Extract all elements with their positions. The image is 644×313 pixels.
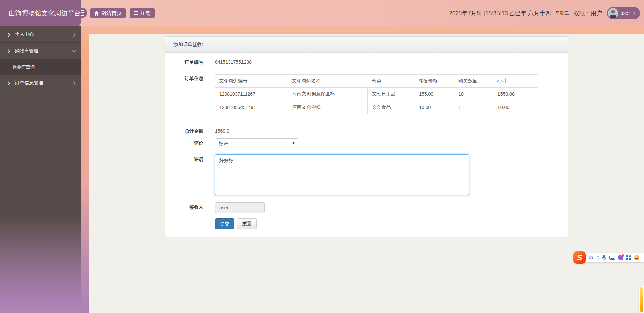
ime-skin-icon[interactable] [618,255,623,260]
user-menu[interactable]: user ▼ [607,7,640,19]
reset-button[interactable]: 重置 [237,218,257,229]
sidebar-item-order-info-management[interactable]: ❯ 订单信息管理 ❯ [0,75,81,91]
list-icon [134,11,138,15]
ime-punctuation-icon[interactable]: °, [597,256,599,260]
ime-apps-grid-icon[interactable] [626,255,631,260]
home-icon [94,11,99,16]
content-area: 添加订单签收: 订单编号 04151317551238 订单信息 文化周边编号 [89,34,644,313]
col-item-no: 文化周边编号 [215,75,288,88]
signee-input[interactable] [215,202,265,213]
microphone-icon[interactable] [602,255,606,260]
angle-right-icon: ❯ [7,49,10,53]
top-header: 山海博物馆文化周边平台 网站首页 注销 2025年7月8日15:35:13 乙巳… [0,0,644,26]
panel-body: 订单编号 04151317551238 订单信息 文化周边编号 文化周边名称 [165,53,568,237]
comment-textarea[interactable]: 好好好 [215,154,469,195]
table-row: 12081055451491 河南文创雪糕 文创食品 10.00 1 10.00 [215,101,538,114]
col-subtotal: 小计 [493,75,538,88]
logout-button-label: 注销 [140,10,151,17]
chevron-right-icon: ❯ [73,32,76,37]
page: 山海博物馆文化周边平台 网站首页 注销 2025年7月8日15:35:13 乙巳… [0,0,644,313]
role-text: 权限：用户 [574,9,602,17]
col-category: 分类 [368,75,415,88]
table-header-row: 文化周边编号 文化周边名称 分类 销售价格 购买数量 小计 [215,75,538,88]
total-value: 1560.0 [215,126,229,134]
submit-button[interactable]: 提交 [215,218,234,229]
keyboard-icon[interactable] [609,256,615,260]
ime-emoji-icon[interactable] [634,255,639,260]
col-price: 销售价格 [415,75,454,88]
sidebar-item-personal-center[interactable]: ❯ 个人中心 ❯ [0,26,81,43]
order-no-value: 04151317551238 [215,57,252,65]
weekday-text: 星期二 [556,10,569,16]
home-button[interactable]: 网站首页 [90,8,126,18]
rating-select[interactable]: 好评 [215,138,298,148]
ime-chinese-mode-icon[interactable]: 中 [589,255,594,260]
angle-right-icon: ❯ [7,32,10,37]
ime-toolbar: S 中 °, [576,253,644,262]
table-row: 12081037111267 河南文创创意保温杯 文创日用品 155.00 10… [215,88,538,101]
order-items-table: 文化周边编号 文化周边名称 分类 销售价格 购买数量 小计 [215,74,538,114]
chevron-down-icon: ❯ [72,49,77,53]
avatar [608,8,618,18]
chevron-down-icon: ▼ [633,11,636,15]
chevron-right-icon: ❯ [73,81,76,85]
panel-title: 添加订单签收: [165,37,568,53]
user-name: user [621,10,630,16]
sidebar-item-cart-management[interactable]: ❯ 购物车管理 ❯ [0,43,81,59]
sidebar-item-cart-query[interactable]: 购物车查询 [0,59,81,75]
brand-title: 山海博物馆文化周边平台 [9,9,81,18]
angle-right-icon: ❯ [7,81,10,85]
total-label: 总计金额 [165,126,203,134]
brand-box: 山海博物馆文化周边平台 [0,0,81,26]
rating-label: 评价 [165,138,203,148]
header-right: 2025年7月8日15:35:13 乙巳年 六月十四 星期二 权限：用户 use… [449,0,640,26]
sidebar: ❯ 个人中心 ❯ ❯ 购物车管理 ❯ 购物车查询 ❯ 订单信息管理 ❯ [0,26,81,313]
datetime-text: 2025年7月8日15:35:13 乙巳年 六月十四 [449,9,551,17]
order-no-label: 订单编号 [165,57,203,65]
comment-label: 评语 [165,154,203,196]
col-quantity: 购买数量 [454,75,493,88]
edge-handle-bar [640,287,643,312]
order-sign-panel: 添加订单签收: 订单编号 04151317551238 订单信息 文化周边编号 [165,36,568,237]
logout-button[interactable]: 注销 [130,8,155,18]
edge-handle-widget[interactable] [639,286,644,313]
sogou-logo-icon[interactable]: S [573,251,586,264]
signee-label: 签收人 [165,202,203,213]
home-button-label: 网站首页 [101,10,122,17]
order-info-label: 订单信息 [165,74,203,114]
col-item-name: 文化周边名称 [288,75,368,88]
